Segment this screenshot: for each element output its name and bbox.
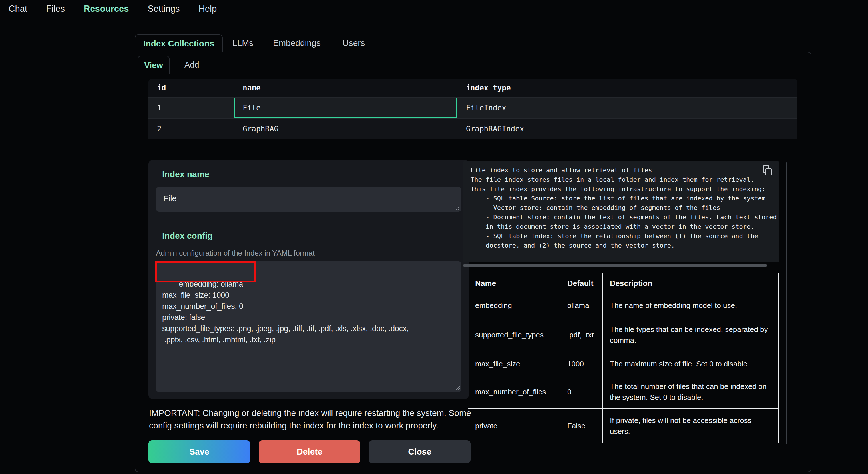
cell-id[interactable]: 1 xyxy=(149,98,234,118)
spec-header-row: Name Default Description xyxy=(468,273,779,294)
tab-llms[interactable]: LLMs xyxy=(232,34,253,52)
column-header-id: id xyxy=(149,79,234,97)
spec-header-description: Description xyxy=(603,273,779,294)
subtab-underline xyxy=(137,74,805,74)
top-nav: Chat Files Resources Settings Help xyxy=(0,0,868,18)
spec-description: The name of embedding model to use. xyxy=(603,294,779,317)
description-line: This file index provides the following i… xyxy=(470,184,779,194)
index-config-textarea[interactable]: embedding: ollama max_file_size: 1000 ma… xyxy=(156,261,461,392)
horizontal-scrollbar[interactable] xyxy=(463,264,767,267)
spec-default: 0 xyxy=(560,375,603,409)
table-row[interactable]: 2 GraphRAG GraphRAGIndex xyxy=(149,118,797,139)
spec-description: If private, files will not be accessible… xyxy=(603,409,779,443)
spec-header-default: Default xyxy=(560,273,603,294)
copy-button[interactable] xyxy=(763,165,773,176)
spec-name: supported_file_types xyxy=(468,317,560,353)
save-button[interactable]: Save xyxy=(149,440,250,463)
spec-description: The file types that can be indexed, sepa… xyxy=(603,317,779,353)
description-line: - SQL table Index: store the relationshi… xyxy=(470,231,779,241)
nav-item-chat[interactable]: Chat xyxy=(8,4,27,14)
tab-embeddings[interactable]: Embeddings xyxy=(273,34,321,52)
cell-index-type[interactable]: GraphRAGIndex xyxy=(457,118,797,139)
description-title: File index to store and allow retrieval … xyxy=(470,165,779,175)
spec-default: .pdf, .txt xyxy=(560,317,603,353)
resize-handle-icon[interactable] xyxy=(455,385,460,390)
cell-name[interactable]: GraphRAG xyxy=(234,118,457,139)
nav-item-help[interactable]: Help xyxy=(198,4,217,14)
spec-row: supported_file_types .pdf, .txt The file… xyxy=(468,317,779,353)
spec-row: max_file_size 1000 The maximum size of f… xyxy=(468,353,779,375)
spec-name: max_file_size xyxy=(468,353,560,375)
nav-item-files[interactable]: Files xyxy=(46,4,65,14)
copy-icon xyxy=(766,168,772,175)
index-description-panel: File index to store and allow retrieval … xyxy=(463,161,779,262)
index-collections-panel: View Add id name index type 1 File FileI… xyxy=(135,52,811,472)
description-line: docstore, and (2) the source and the vec… xyxy=(470,241,779,250)
index-name-input[interactable]: File xyxy=(156,187,461,212)
index-config-value: embedding: ollama max_file_size: 1000 ma… xyxy=(162,280,409,344)
column-header-index-type: index type xyxy=(457,79,797,97)
spec-header-name: Name xyxy=(468,273,560,294)
vertical-scrollbar[interactable] xyxy=(786,162,787,444)
spec-description: The maximum size of file. Set 0 to disab… xyxy=(603,353,779,375)
spec-name: embedding xyxy=(468,294,560,317)
collections-table-header: id name index type xyxy=(149,79,797,97)
description-line: - Vector store: contain the embedding of… xyxy=(470,203,779,212)
nav-item-resources[interactable]: Resources xyxy=(84,4,129,14)
app-root: Chat Files Resources Settings Help Index… xyxy=(0,0,868,474)
description-line: - SQL table Source: store the list of fi… xyxy=(470,194,779,203)
description-line: - Document store: contain the text of se… xyxy=(470,212,779,222)
subtab-view[interactable]: View xyxy=(137,56,169,74)
tab-users[interactable]: Users xyxy=(343,34,365,52)
description-line: The file index stores files in a local f… xyxy=(470,175,779,184)
spec-default: 1000 xyxy=(560,353,603,375)
spec-default: ollama xyxy=(560,294,603,317)
spec-default: False xyxy=(560,409,603,443)
description-line: in this document store is associated wit… xyxy=(470,222,779,231)
index-name-value: File xyxy=(163,194,177,203)
index-edit-form: Index name File Index config Admin confi… xyxy=(149,160,469,399)
spec-row: max_number_of_files 0 The total number o… xyxy=(468,375,779,409)
index-config-help-text: Admin configuration of the Index in YAML… xyxy=(156,249,315,258)
config-spec-table: Name Default Description embedding ollam… xyxy=(468,273,779,443)
cell-index-type[interactable]: FileIndex xyxy=(457,98,797,118)
spec-row: private False If private, files will not… xyxy=(468,409,779,443)
spec-row: embedding ollama The name of embedding m… xyxy=(468,294,779,317)
resize-handle-icon[interactable] xyxy=(455,205,460,210)
nav-item-settings[interactable]: Settings xyxy=(148,4,180,14)
cell-name-selected[interactable]: File xyxy=(234,98,457,118)
spec-name: max_number_of_files xyxy=(468,375,560,409)
close-button[interactable]: Close xyxy=(369,440,470,463)
tab-index-collections[interactable]: Index Collections xyxy=(135,34,223,53)
cell-id[interactable]: 2 xyxy=(149,118,234,139)
spec-description: The total number of files that can be in… xyxy=(603,375,779,409)
index-name-label: Index name xyxy=(162,169,209,179)
collections-table: id name index type 1 File FileIndex 2 Gr… xyxy=(149,79,797,139)
column-header-name: name xyxy=(234,79,457,97)
delete-button[interactable]: Delete xyxy=(259,440,360,463)
table-row[interactable]: 1 File FileIndex xyxy=(149,97,797,118)
subtab-add[interactable]: Add xyxy=(174,56,210,74)
important-warning-text: IMPORTANT: Changing or deleting the inde… xyxy=(149,407,480,432)
index-config-label: Index config xyxy=(162,231,213,241)
spec-name: private xyxy=(468,409,560,443)
